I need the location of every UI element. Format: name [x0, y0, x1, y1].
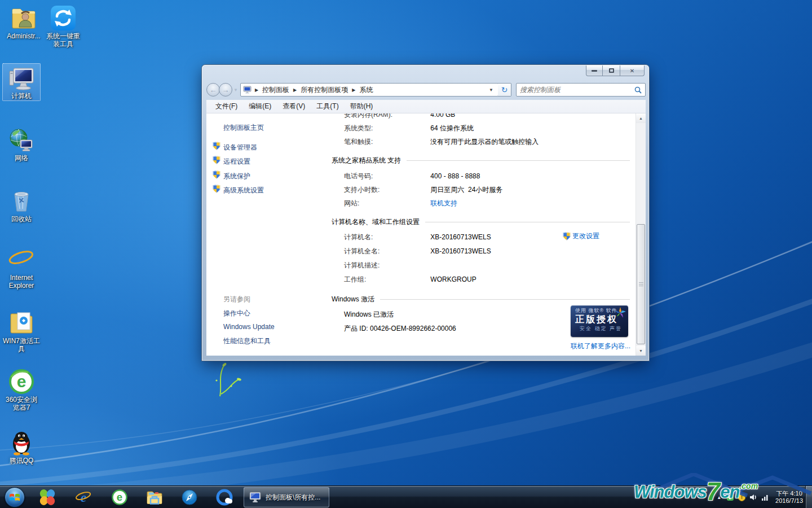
scroll-up-button[interactable]: ▲	[636, 113, 646, 123]
info-row-phone: 电话号码: 400 - 888 - 8888	[344, 172, 480, 181]
desktop-icon-computer[interactable]: 计算机	[2, 63, 41, 101]
show-hidden-icons-button[interactable]: ▲	[716, 495, 722, 500]
desktop-icon-tencent-qq[interactable]: 腾讯QQ	[2, 428, 41, 466]
section-title: 计算机名称、域和工作组设置	[332, 217, 420, 227]
taskbar-software-manager[interactable]	[32, 486, 63, 508]
window-client-area: 控制面板主页 设备管理器 远程设置 系统保护 高级系统设置 另请参阅 操作中心 …	[206, 113, 646, 356]
network-icon	[8, 126, 35, 154]
svg-text:e: e	[17, 247, 27, 271]
change-settings[interactable]: 更改设置	[563, 231, 599, 241]
scroll-down-button[interactable]: ▼	[636, 346, 646, 356]
sidebar: 控制面板主页 设备管理器 远程设置 系统保护 高级系统设置 另请参阅 操作中心 …	[206, 113, 319, 356]
taskbar-qq-browser[interactable]	[209, 486, 240, 508]
desktop-icon-internet-explorer[interactable]: e Internet Explorer	[2, 245, 41, 291]
breadcrumb-arrow-icon: ▶	[352, 87, 355, 93]
taskbar-compass-browser[interactable]	[174, 486, 205, 508]
breadcrumb-system[interactable]: 系统	[358, 84, 374, 96]
taskbar-window-button-control-panel[interactable]: 控制面板\所有控...	[244, 487, 329, 507]
desktop-icon-label: 腾讯QQ	[2, 457, 41, 465]
breadcrumb-control-panel[interactable]: 控制面板	[261, 84, 290, 96]
breadcrumb-arrow-icon: ▶	[293, 87, 297, 93]
sidebar-device-manager[interactable]: 设备管理器	[223, 143, 257, 152]
tray-volume-icon[interactable]	[749, 493, 757, 501]
info-row-full-computer-name: 计算机全名: XB-20160713WELS	[344, 247, 491, 256]
online-support-link[interactable]: 联机支持	[430, 199, 457, 207]
navigation-bar: ← → ▼ ▶ 控制面板 ▶ 所有控制面板项 ▶ 系统 ▼ ↻	[206, 81, 646, 99]
sidebar-system-protection[interactable]: 系统保护	[223, 172, 250, 181]
menu-edit[interactable]: 编辑(E)	[243, 100, 277, 113]
scrollbar-thumb[interactable]	[637, 224, 645, 344]
forward-button[interactable]: →	[219, 83, 232, 97]
desktop-icon-label: 360安全浏览器7	[2, 396, 41, 411]
vertical-scrollbar[interactable]: ▲ ▼	[636, 113, 646, 356]
uac-shield-icon	[213, 170, 220, 179]
uac-shield-icon	[563, 232, 571, 240]
address-dropdown-icon[interactable]: ▼	[487, 87, 496, 93]
sidebar-advanced-settings[interactable]: 高级系统设置	[223, 186, 264, 195]
sidebar-windows-update[interactable]: Windows Update	[223, 323, 275, 331]
internet-explorer-icon: e	[8, 246, 35, 273]
desktop-icon-administrator[interactable]: Administr...	[5, 3, 43, 41]
taskbar-clock[interactable]: 下午 4:10 2016/7/13	[773, 490, 803, 505]
info-row-computer-name: 计算机名: XB-20160713WELS	[344, 233, 491, 242]
tray-shield-icon[interactable]: !	[738, 493, 745, 501]
change-settings-link[interactable]: 更改设置	[572, 231, 599, 241]
row-value: 周日至周六 24小时服务	[430, 186, 502, 194]
windows-flag-icon	[9, 492, 20, 502]
learn-more-online-link[interactable]: 联机了解更多内容...	[571, 341, 630, 351]
info-row-computer-description: 计算机描述:	[344, 261, 429, 270]
menu-view[interactable]: 查看(V)	[277, 100, 311, 113]
close-button[interactable]: ✕	[620, 65, 645, 76]
row-value: 产品 ID: 00426-OEM-8992662-00006	[344, 325, 456, 332]
menu-help[interactable]: 帮助(H)	[345, 100, 379, 113]
maximize-button[interactable]	[603, 65, 620, 76]
menu-file[interactable]: 文件(F)	[210, 100, 243, 113]
tray-green-icon[interactable]	[726, 493, 734, 501]
minimize-button[interactable]	[586, 65, 603, 76]
compass-browser-icon	[181, 489, 198, 506]
row-value: WORKGROUP	[430, 275, 476, 283]
desktop-icon-network[interactable]: 网络	[2, 125, 41, 163]
info-row-installed-ram: 安装内存(RAM): 4.00 GB	[344, 113, 455, 120]
breadcrumb-arrow-icon: ▶	[255, 87, 258, 93]
desktop-icon-win7-activation-tool[interactable]: WIN7激活工具	[2, 308, 41, 354]
row-value: Windows 已激活	[344, 310, 394, 318]
qq-browser-icon	[216, 489, 233, 506]
win7-activation-folder-icon	[8, 309, 35, 336]
sidebar-performance-tools[interactable]: 性能信息和工具	[223, 336, 271, 346]
qq-penguin-icon	[8, 429, 35, 456]
desktop-icon-onekey-reinstall[interactable]: 系统一键重装工具	[44, 3, 82, 49]
menu-tools[interactable]: 工具(T)	[311, 100, 344, 113]
sidebar-control-panel-home[interactable]: 控制面板主页	[223, 123, 264, 133]
maximize-icon	[609, 68, 614, 73]
sidebar-remote-settings[interactable]: 远程设置	[223, 157, 250, 167]
recent-pages-dropdown-icon[interactable]: ▼	[233, 87, 238, 93]
search-input[interactable]	[520, 86, 634, 94]
taskbar-internet-explorer[interactable]: e	[68, 486, 99, 508]
desktop-icon-360-browser[interactable]: e 360安全浏览器7	[2, 367, 41, 413]
breadcrumb-all-items[interactable]: 所有控制面板项	[299, 84, 349, 96]
onekey-reinstall-icon	[50, 5, 76, 31]
svg-text:e: e	[117, 491, 122, 503]
desktop-icon-label: 系统一键重装工具	[44, 32, 82, 48]
refresh-button[interactable]: ↻	[498, 83, 511, 97]
product-id: 产品 ID: 00426-OEM-8992662-00006	[344, 324, 456, 334]
row-label: 系统类型:	[344, 124, 429, 133]
search-box[interactable]	[516, 83, 646, 97]
start-button[interactable]	[5, 487, 25, 507]
back-button[interactable]: ←	[206, 83, 220, 97]
desktop-icon-recycle-bin[interactable]: 回收站	[2, 186, 41, 224]
desktop: Administr... 系统一键重装工具 计算机	[0, 0, 812, 508]
taskbar-360-browser[interactable]: e	[104, 486, 135, 508]
taskbar-button-label: 控制面板\所有控...	[266, 493, 320, 502]
row-label: 计算机全名:	[344, 247, 429, 256]
address-bar[interactable]: ▶ 控制面板 ▶ 所有控制面板项 ▶ 系统 ▼	[240, 83, 498, 97]
sidebar-action-center[interactable]: 操作中心	[223, 309, 250, 318]
desktop-icon-label: WIN7激活工具	[2, 337, 41, 353]
close-icon: ✕	[630, 68, 634, 74]
row-label: 网站:	[344, 199, 429, 208]
taskbar-windows-explorer[interactable]	[139, 486, 170, 508]
row-label: 计算机名:	[344, 233, 429, 242]
tray-network-icon[interactable]	[761, 493, 769, 501]
show-desktop-button[interactable]	[805, 486, 812, 508]
